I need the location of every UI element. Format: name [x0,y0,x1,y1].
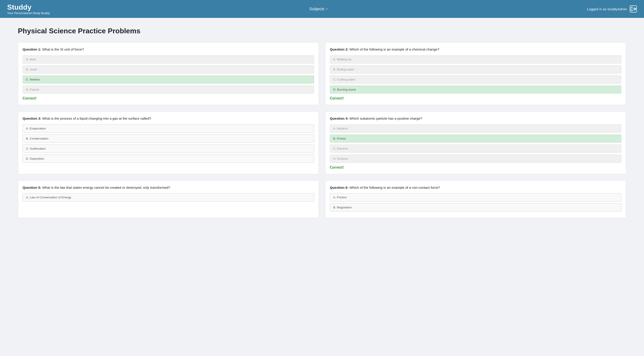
option-1-A[interactable]: A. Watt [22,55,314,64]
option-1-D[interactable]: D. Pascal [22,86,314,94]
question-card-3: Question 3: What is the process of a liq… [18,111,319,174]
option-3-B[interactable]: B. Condensation [22,134,314,143]
option-6-B[interactable]: B. Magnetism [330,203,622,212]
feedback-2: Correct! [330,96,622,100]
option-3-C[interactable]: C. Sublimation [22,144,314,153]
option-4-B[interactable]: B. Proton [330,134,622,143]
question-card-2: Question 2: Which of the following is an… [325,42,626,105]
option-2-A[interactable]: A. Melting ice [330,55,622,64]
question-card-1: Question 1: What is the SI unit of force… [18,42,319,105]
option-4-D[interactable]: D. Nucleus [330,154,622,163]
feedback-4: Correct! [330,166,622,170]
question-card-4: Question 4: Which subatomic particle has… [325,111,626,174]
brand: Studdy Your Personalized Study Buddy [7,3,50,15]
header: Studdy Your Personalized Study Buddy Sub… [0,0,644,18]
nav-dropdown-icon: ▽ [326,8,328,10]
logged-in-text: Logged in as studdyAdmin [587,7,627,11]
page-title: Physical Science Practice Problems [18,27,626,35]
option-1-B[interactable]: B. Joule [22,65,314,74]
question-text-1: Question 1: What is the SI unit of force… [22,47,314,52]
option-2-B[interactable]: B. Boiling water [330,65,622,74]
questions-grid: Question 1: What is the SI unit of force… [18,42,626,218]
option-3-A[interactable]: A. Evaporation [22,124,314,132]
main-content: Physical Science Practice Problems Quest… [0,18,644,227]
option-6-A[interactable]: A. Friction [330,193,622,202]
question-card-6: Question 6: Which of the following is an… [325,180,626,218]
feedback-1: Correct! [22,96,314,100]
logout-icon[interactable] [630,5,637,12]
tagline: Your Personalized Study Buddy [7,12,50,15]
option-3-D[interactable]: D. Deposition [22,154,314,163]
question-text-5: Question 5: What is the law that states … [22,185,314,190]
logo-text: Studdy [7,3,50,12]
user-info: Logged in as studdyAdmin [587,5,637,12]
option-2-D[interactable]: D. Burning wood [330,86,622,94]
subjects-label: Subjects [309,7,324,12]
question-card-5: Question 5: What is the law that states … [18,180,319,218]
option-4-C[interactable]: C. Electron [330,144,622,153]
question-text-4: Question 4: Which subatomic particle has… [330,116,622,121]
question-text-3: Question 3: What is the process of a liq… [22,116,314,121]
question-text-2: Question 2: Which of the following is an… [330,47,622,52]
option-5-A[interactable]: A. Law of Conservation of Energy [22,193,314,202]
subjects-nav[interactable]: Subjects ▽ [309,7,327,12]
option-2-C[interactable]: C. Cutting paper [330,75,622,84]
option-1-C[interactable]: C. Newton [22,75,314,84]
question-text-6: Question 6: Which of the following is an… [330,185,622,190]
option-4-A[interactable]: A. Neutron [330,124,622,132]
